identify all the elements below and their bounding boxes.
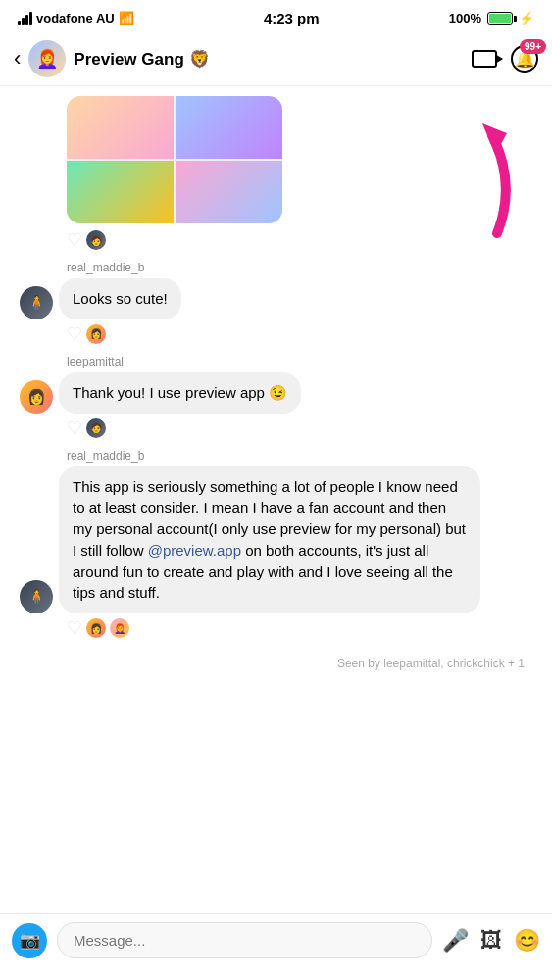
- heart-icon-3[interactable]: ♡: [67, 417, 82, 439]
- group-avatar-image: 👩‍🦰: [28, 40, 66, 77]
- avatar-maddie-2: 🧍: [20, 580, 53, 613]
- username-maddie-2: real_maddie_b: [14, 449, 538, 463]
- username-leepamittal: leepamittal: [14, 355, 538, 368]
- header-icons: 🔔 99+: [472, 45, 538, 73]
- reaction-avatar-3: 🧑: [86, 418, 106, 438]
- status-right: 100% ⚡: [449, 11, 534, 25]
- sticker-icon[interactable]: 😊: [514, 928, 540, 954]
- signal-bars: [18, 12, 32, 24]
- status-left: vodafone AU 📶: [18, 11, 134, 25]
- header: ‹ 👩‍🦰 Preview Gang 🦁 🔔 99+: [0, 32, 552, 86]
- header-emoji: 🦁: [189, 50, 210, 69]
- image-collage: [67, 96, 282, 223]
- bar1: [18, 21, 21, 24]
- chat-area: ♡ 🧑 real_maddie_b 🧍 Looks so cute! ♡ 👩 l…: [0, 86, 552, 768]
- microphone-icon[interactable]: 🎤: [442, 928, 469, 954]
- status-time: 4:23 pm: [264, 10, 320, 26]
- reaction-avatar-4b: 👩‍🦰: [110, 618, 129, 638]
- avatar-leepamittal-inner: 👩: [20, 380, 53, 414]
- heart-icon[interactable]: ♡: [67, 229, 82, 251]
- mention-preview[interactable]: @preview.app: [148, 542, 241, 559]
- bubble-cute: Looks so cute!: [59, 278, 181, 319]
- collage-cell-4: [176, 161, 282, 223]
- msg-row-long: 🧍 This app is seriously something a lot …: [14, 466, 538, 614]
- header-title: Preview Gang 🦁: [74, 49, 472, 70]
- heart-icon-2[interactable]: ♡: [67, 323, 82, 345]
- input-icons: 🎤 🖼 😊: [442, 928, 540, 954]
- username-maddie-1: real_maddie_b: [14, 261, 538, 274]
- bubble-long: This app is seriously something a lot of…: [59, 466, 480, 614]
- long-reactions: ♡ 👩 👩‍🦰: [14, 617, 538, 639]
- avatar-maddie: 🧍: [20, 286, 53, 319]
- reaction-avatar-1: 🧑: [86, 230, 106, 250]
- reaction-avatar-1-inner: 🧑: [86, 230, 106, 250]
- camera-button[interactable]: 📷: [12, 923, 47, 958]
- reaction-avatar-4a-inner: 👩: [86, 618, 106, 638]
- seen-text: Seen by leepamittal, chrickchick + 1: [14, 649, 538, 680]
- reaction-avatar-2: 👩: [86, 324, 106, 344]
- collage-cell-2: [176, 96, 282, 159]
- notifications-icon[interactable]: 🔔 99+: [511, 45, 538, 73]
- page-container: vodafone AU 📶 4:23 pm 100% ⚡ ‹ 👩‍🦰 Previ…: [0, 0, 552, 980]
- bar2: [22, 18, 25, 24]
- avatar-leepamittal: 👩: [20, 380, 53, 414]
- gallery-icon[interactable]: 🖼: [480, 928, 502, 954]
- back-button[interactable]: ‹: [14, 46, 21, 72]
- reaction-avatar-2-inner: 👩: [86, 324, 106, 344]
- msg-row-cute: 🧍 Looks so cute!: [14, 278, 538, 319]
- status-bar: vodafone AU 📶 4:23 pm 100% ⚡: [0, 0, 552, 32]
- collage-reactions: ♡ 🧑: [14, 229, 538, 251]
- reaction-avatar-4b-inner: 👩‍🦰: [110, 618, 129, 638]
- bar4: [29, 12, 32, 24]
- collage-cell-1: [67, 96, 174, 159]
- battery-fill: [489, 14, 511, 23]
- bar3: [25, 15, 28, 24]
- header-title-text: Preview Gang: [74, 50, 183, 69]
- avatar-maddie-2-inner: 🧍: [20, 580, 53, 613]
- reaction-avatar-3-inner: 🧑: [86, 418, 106, 438]
- input-bar: 📷 🎤 🖼 😊: [0, 913, 552, 980]
- thankyou-reactions: ♡ 🧑: [14, 417, 538, 439]
- wifi-icon: 📶: [119, 11, 134, 25]
- notification-badge: 99+: [520, 39, 546, 54]
- collage-row: [14, 96, 538, 223]
- video-call-icon[interactable]: [472, 50, 497, 68]
- battery-icon: [487, 12, 513, 24]
- heart-icon-4[interactable]: ♡: [67, 617, 82, 639]
- message-input[interactable]: [57, 922, 432, 958]
- charging-icon: ⚡: [519, 11, 534, 25]
- msg-row-thankyou: 👩 Thank you! I use preview app 😉: [14, 372, 538, 414]
- bubble-thankyou: Thank you! I use preview app 😉: [59, 372, 301, 414]
- battery-percent: 100%: [449, 11, 481, 25]
- reaction-avatar-4a: 👩: [86, 618, 106, 638]
- avatar-maddie-inner: 🧍: [20, 286, 53, 319]
- cute-reactions: ♡ 👩: [14, 323, 538, 345]
- group-avatar[interactable]: 👩‍🦰: [28, 40, 66, 77]
- camera-icon: 📷: [20, 930, 40, 951]
- carrier-label: vodafone AU: [36, 11, 115, 25]
- collage-cell-3: [67, 161, 174, 223]
